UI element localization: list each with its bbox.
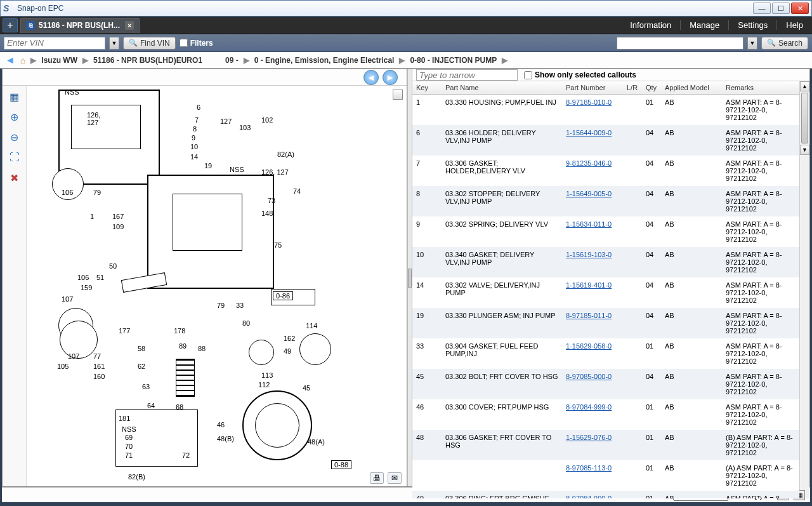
narrow-input[interactable] xyxy=(416,69,518,81)
crumb-vehicle[interactable]: 51186 - NPR BUS(LHD)EURO1 xyxy=(93,56,202,65)
callout-109[interactable]: 109 xyxy=(112,223,124,230)
table-row[interactable]: 1403.302 VALVE; DELIVERY,INJ PUMP1-15619… xyxy=(412,277,799,308)
callout-1[interactable]: 1 xyxy=(90,213,94,220)
menu-settings[interactable]: Settings xyxy=(728,20,776,30)
vin-input[interactable] xyxy=(4,37,105,50)
callout-160[interactable]: 160 xyxy=(93,373,105,380)
callout-73[interactable]: 73 xyxy=(268,197,275,204)
maximize-button[interactable]: ☐ xyxy=(772,3,790,14)
callout-106[interactable]: 106 xyxy=(62,189,73,196)
callout-8[interactable]: 8 xyxy=(193,125,197,133)
menu-help[interactable]: Help xyxy=(776,20,812,30)
menu-information[interactable]: Information xyxy=(621,20,680,30)
diagram-ref-088[interactable]: 0-88 xyxy=(331,460,351,469)
part-number-link[interactable]: 1-15629-076-0 xyxy=(566,434,612,441)
splitter[interactable] xyxy=(407,69,412,486)
callout-45[interactable]: 45 xyxy=(303,384,310,392)
part-number-link[interactable]: 1-15649-005-0 xyxy=(566,190,612,197)
callout-69[interactable]: 69 xyxy=(125,434,133,441)
callout-50[interactable]: 50 xyxy=(109,262,117,270)
callout-48b[interactable]: 48(B) xyxy=(217,435,234,443)
callout-46[interactable]: 46 xyxy=(217,421,225,429)
callout-51[interactable]: 51 xyxy=(96,274,104,281)
callout-75[interactable]: 75 xyxy=(274,241,282,249)
crumb-system[interactable]: 0 - Engine, Emission, Engine Electrical xyxy=(254,56,395,65)
callout-33[interactable]: 33 xyxy=(236,302,244,309)
callout-106b[interactable]: 106 xyxy=(77,274,89,281)
tab-close-button[interactable]: × xyxy=(125,21,134,30)
callout-7[interactable]: 7 xyxy=(195,116,199,124)
callout-178[interactable]: 178 xyxy=(174,327,185,335)
part-number-link[interactable]: 1-15644-009-0 xyxy=(566,129,612,136)
callout-62[interactable]: 62 xyxy=(138,363,145,370)
part-number-link[interactable]: 1-15619-401-0 xyxy=(566,281,612,289)
part-number-link[interactable]: 8-97185-011-0 xyxy=(566,312,612,319)
table-row[interactable]: 603.306 HOLDER; DELIVERY VLV,INJ PUMP1-1… xyxy=(412,125,799,156)
filters-toggle[interactable]: Filters xyxy=(180,39,213,48)
col-model[interactable]: Applied Model xyxy=(661,81,722,95)
callout-112[interactable]: 112 xyxy=(258,381,270,389)
part-number-link[interactable]: 8-97185-010-0 xyxy=(566,98,612,106)
crumb-component[interactable]: 0-80 - INJECTION PUMP xyxy=(410,56,497,65)
email-icon[interactable]: ✉ xyxy=(388,472,402,484)
callout-82a[interactable]: 82(A) xyxy=(277,150,294,158)
callout-113[interactable]: 113 xyxy=(261,371,273,379)
callout-105[interactable]: 105 xyxy=(57,363,69,370)
table-row[interactable]: 703.306 GASKET; HOLDER,DELIVERY VLV9-812… xyxy=(412,156,799,186)
part-number-link[interactable]: 1-15619-103-0 xyxy=(566,251,612,258)
filters-checkbox[interactable] xyxy=(180,39,188,47)
zoom-in-icon[interactable]: ⊕ xyxy=(8,110,22,124)
callout-177[interactable]: 177 xyxy=(119,327,130,335)
part-number-link[interactable]: 8-97084-990-0 xyxy=(566,495,612,498)
col-number[interactable]: Part Number xyxy=(562,81,623,95)
part-number-link[interactable]: 9-81235-046-0 xyxy=(566,159,612,167)
search-input[interactable] xyxy=(617,37,743,50)
callout-103[interactable]: 103 xyxy=(239,124,251,131)
zoom-out-icon[interactable]: ⊖ xyxy=(8,130,22,144)
callout-127[interactable]: 127 xyxy=(220,117,232,125)
nav-back-button[interactable]: ◄ xyxy=(5,55,15,66)
diagram-next-button[interactable]: ► xyxy=(383,70,398,85)
callout-48a[interactable]: 48(A) xyxy=(308,438,325,446)
callout-181[interactable]: 181 xyxy=(119,415,130,422)
callout-126-127[interactable]: 126. 127 xyxy=(261,168,289,176)
search-button[interactable]: 🔍Search xyxy=(761,37,808,50)
callout-63[interactable]: 63 xyxy=(142,383,150,390)
table-row[interactable]: 4803.306 GASKET; FRT COVER TO HSG1-15629… xyxy=(412,430,799,460)
callout-19[interactable]: 19 xyxy=(204,162,212,170)
table-row[interactable]: 4503.302 BOLT; FRT COVER TO HSG8-97085-0… xyxy=(412,369,799,399)
callout-79b[interactable]: 79 xyxy=(217,302,225,309)
vertical-scrollbar[interactable]: ▲ ▼ xyxy=(799,81,809,498)
callout-148[interactable]: 148 xyxy=(261,210,273,217)
diagram-ref-086[interactable]: 0-86 xyxy=(273,291,293,300)
table-row[interactable]: 1003.340 GASKET; DELIVERY VLV,INJ PUMP1-… xyxy=(412,247,799,277)
search-dropdown-button[interactable]: ▼ xyxy=(747,37,757,50)
table-row[interactable]: 4903.306 RING; FRT BRG,CM/SHF8-97084-990… xyxy=(412,491,799,498)
callout-107b[interactable]: 107 xyxy=(68,352,79,360)
table-row[interactable]: 3303.904 GASKET; FUEL FEED PUMP,INJ1-156… xyxy=(412,338,799,369)
col-qty[interactable]: Qty xyxy=(642,81,661,95)
table-row[interactable]: 4603.300 COVER; FRT,PUMP HSG8-97084-999-… xyxy=(412,399,799,430)
scroll-thumb[interactable] xyxy=(801,93,808,143)
callout-126-127b[interactable]: 126,127 xyxy=(87,111,100,126)
col-remarks[interactable]: Remarks xyxy=(722,81,799,95)
table-row[interactable]: 903.302 SPRING; DELIVERY VLV1-15634-011-… xyxy=(412,216,799,247)
part-number-link[interactable]: 8-97085-113-0 xyxy=(566,464,612,472)
callout-49[interactable]: 49 xyxy=(284,347,291,355)
minimize-button[interactable]: — xyxy=(753,3,771,14)
part-number-link[interactable]: 1-15629-058-0 xyxy=(566,342,612,350)
callout-162[interactable]: 162 xyxy=(284,335,295,342)
callout-6[interactable]: 6 xyxy=(197,103,200,111)
callout-114[interactable]: 114 xyxy=(306,322,317,330)
callout-102[interactable]: 102 xyxy=(261,116,273,124)
fit-icon[interactable]: ⛶ xyxy=(8,150,22,164)
clear-icon[interactable]: ✖ xyxy=(8,171,22,185)
menu-manage[interactable]: Manage xyxy=(680,20,728,30)
print-icon[interactable]: 🖶 xyxy=(370,472,384,484)
callout-9[interactable]: 9 xyxy=(192,134,195,142)
callout-68[interactable]: 68 xyxy=(176,403,183,411)
callout-80[interactable]: 80 xyxy=(242,319,250,327)
callout-82b[interactable]: 82(B) xyxy=(128,473,145,481)
callout-71[interactable]: 71 xyxy=(125,451,133,459)
crumb-make[interactable]: Isuzu WW xyxy=(41,56,77,65)
